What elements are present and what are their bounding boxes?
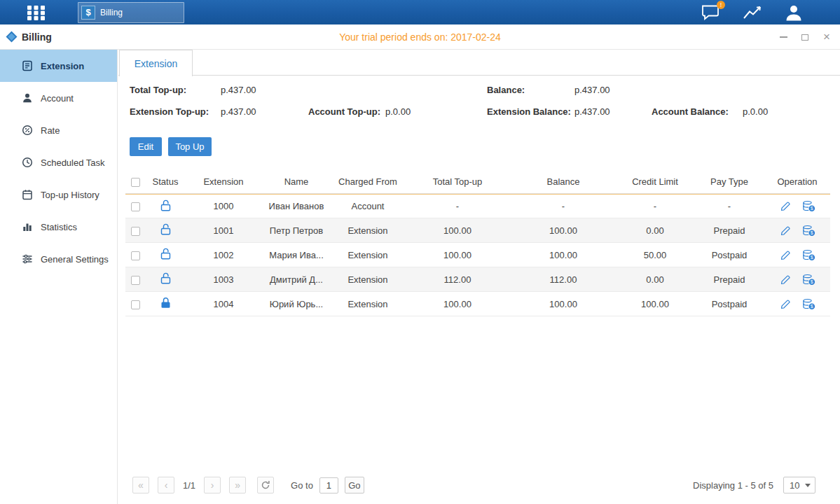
sidebar-item-label: Account — [41, 93, 74, 104]
svg-text:$: $ — [810, 230, 813, 235]
cell-total-topup: 100.00 — [404, 250, 511, 260]
refresh-button[interactable] — [257, 477, 274, 493]
topbar-tab-billing[interactable]: $ Billing — [78, 2, 184, 23]
page-size-value: 10 — [784, 480, 805, 491]
billing-summary: Total Top-up: p.437.00 Balance: p.437.00… — [118, 50, 840, 169]
notification-badge: ! — [717, 1, 725, 9]
prev-page-button[interactable]: ‹ — [158, 477, 174, 493]
lock-status-icon[interactable] — [160, 223, 171, 235]
cell-balance: 100.00 — [511, 250, 616, 260]
last-page-button[interactable]: » — [229, 477, 246, 493]
cell-charged-from: Account — [331, 201, 404, 211]
topbar: $ Billing ! — [0, 0, 840, 24]
balance-label: Balance: — [487, 85, 525, 95]
row-checkbox[interactable] — [131, 251, 140, 260]
next-page-button[interactable]: › — [204, 477, 221, 493]
trial-notice: Your trial period ends on: 2017-02-24 — [0, 31, 840, 43]
cell-pay-type: Postpaid — [694, 250, 764, 260]
lock-status-icon[interactable] — [160, 272, 171, 284]
goto-page-input[interactable] — [319, 477, 338, 493]
topup-coins-icon[interactable]: $ — [802, 200, 815, 212]
maximize-button[interactable] — [800, 32, 810, 42]
table-row: 1000 Иван Иванов Account - - - - $ — [125, 194, 830, 218]
svg-text:$: $ — [810, 206, 813, 211]
sidebar-item-general-settings[interactable]: General Settings — [0, 243, 117, 275]
lock-status-icon[interactable] — [160, 297, 171, 309]
col-status: Status — [145, 176, 186, 187]
sidebar-item-statistics[interactable]: Statistics — [0, 211, 117, 243]
cell-balance: 100.00 — [511, 225, 616, 236]
pagination-bar: « ‹ 1/1 › » Go to Go Displaying 1 - 5 of… — [132, 476, 815, 494]
cell-credit-limit: 100.00 — [616, 299, 694, 309]
extension-balance-value: p.437.00 — [574, 106, 610, 117]
col-charged-from: Charged From — [331, 176, 404, 187]
table-row: 1002 Мария Ива... Extension 100.00 100.0… — [125, 243, 830, 267]
chart-icon[interactable] — [742, 4, 763, 21]
go-button[interactable]: Go — [345, 477, 364, 493]
sidebar-item-extension[interactable]: Extension — [0, 50, 117, 82]
table-row: 1001 Петр Петров Extension 100.00 100.00… — [125, 218, 830, 243]
general-settings-icon — [22, 253, 33, 265]
cell-extension: 1002 — [186, 250, 261, 260]
extension-balance-label: Extension Balance: — [487, 106, 571, 117]
cell-charged-from: Extension — [331, 250, 404, 260]
total-topup-label: Total Top-up: — [130, 85, 186, 95]
cell-credit-limit: 50.00 — [616, 250, 694, 260]
topup-coins-icon[interactable]: $ — [802, 298, 815, 310]
apps-grid-icon[interactable] — [27, 5, 46, 20]
lock-status-icon[interactable] — [160, 200, 171, 211]
topup-coins-icon[interactable]: $ — [802, 249, 815, 261]
account-icon — [22, 92, 33, 104]
chevron-down-icon — [805, 484, 811, 487]
lock-status-icon[interactable] — [160, 248, 171, 260]
row-checkbox[interactable] — [131, 300, 140, 309]
table-body: 1000 Иван Иванов Account - - - - $ — [125, 194, 830, 316]
svg-text:$: $ — [810, 255, 813, 260]
topup-history-icon — [22, 189, 33, 200]
col-operation: Operation — [764, 176, 830, 187]
first-page-button[interactable]: « — [132, 477, 149, 493]
cell-name: Мария Ива... — [261, 250, 331, 260]
sidebar-item-topup-history[interactable]: Top-up History — [0, 178, 117, 211]
col-name: Name — [261, 176, 331, 187]
edit-pencil-icon[interactable] — [780, 225, 792, 237]
sidebar-item-rate[interactable]: Rate — [0, 114, 117, 146]
sidebar: Extension Account Rate Scheduled Task To… — [0, 50, 118, 504]
sidebar-item-account[interactable]: Account — [0, 82, 117, 114]
page-size-select[interactable]: 10 — [783, 477, 815, 493]
account-topup-value: p.0.00 — [385, 106, 411, 117]
close-button[interactable]: × — [822, 32, 832, 42]
cell-name: Юрий Юрь... — [261, 299, 331, 309]
user-icon[interactable] — [784, 4, 804, 22]
cell-pay-type: Prepaid — [694, 225, 764, 236]
account-balance-label: Account Balance: — [652, 106, 729, 117]
cell-total-topup: - — [404, 201, 511, 211]
row-checkbox[interactable] — [131, 202, 140, 211]
cell-name: Петр Петров — [261, 225, 331, 236]
edit-button[interactable]: Edit — [130, 137, 162, 156]
cell-credit-limit: - — [616, 201, 694, 211]
app-logo-icon — [6, 31, 18, 43]
sidebar-item-label: Extension — [41, 61, 84, 71]
edit-pencil-icon[interactable] — [780, 274, 792, 286]
tab-extension[interactable]: Extension — [119, 50, 193, 76]
edit-pencil-icon[interactable] — [780, 298, 792, 310]
minimize-button[interactable] — [778, 32, 788, 42]
edit-pencil-icon[interactable] — [780, 249, 792, 261]
page-indicator: 1/1 — [183, 480, 195, 491]
chat-icon[interactable]: ! — [700, 4, 721, 21]
select-all-checkbox[interactable] — [131, 178, 140, 187]
topup-button[interactable]: Top Up — [168, 137, 212, 156]
row-checkbox[interactable] — [131, 276, 140, 285]
cell-total-topup: 112.00 — [404, 274, 511, 285]
topup-coins-icon[interactable]: $ — [802, 274, 815, 286]
cell-charged-from: Extension — [331, 299, 404, 309]
topup-coins-icon[interactable]: $ — [802, 225, 815, 237]
sidebar-item-scheduled-task[interactable]: Scheduled Task — [0, 146, 117, 178]
edit-pencil-icon[interactable] — [780, 200, 792, 212]
row-checkbox[interactable] — [131, 227, 140, 236]
cell-extension: 1001 — [186, 225, 261, 236]
scheduled-task-icon — [22, 157, 33, 168]
svg-text:$: $ — [810, 304, 813, 309]
col-extension: Extension — [186, 176, 261, 187]
